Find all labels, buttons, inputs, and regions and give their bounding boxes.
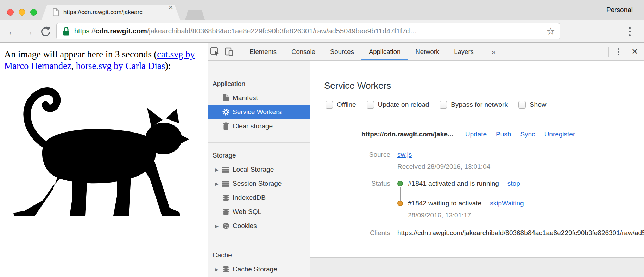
minimize-window-button[interactable] xyxy=(19,9,25,16)
section-title: Application xyxy=(208,77,310,91)
reload-button[interactable] xyxy=(39,26,51,37)
zoom-window-button[interactable] xyxy=(30,9,37,16)
database-icon xyxy=(222,195,230,201)
unregister-link[interactable]: Unregister xyxy=(544,130,575,138)
cookie-icon xyxy=(222,222,230,229)
status-waiting-row: #1842 waiting to activate skipWaiting xyxy=(310,199,644,207)
pane-divider xyxy=(310,118,644,118)
sidebar-item-label: Service Workers xyxy=(233,108,282,116)
web-page: An image will appear here in 3 seconds (… xyxy=(0,43,208,277)
stop-link[interactable]: stop xyxy=(507,180,520,187)
disclosure-triangle-icon[interactable]: ▶ xyxy=(215,223,220,229)
url-host: cdn.rawgit.com xyxy=(95,27,147,35)
source-row: Source sw.js xyxy=(310,151,644,159)
tab-layers[interactable]: Layers xyxy=(447,43,481,60)
sidebar-item-label: Session Storage xyxy=(233,180,282,187)
reload-icon xyxy=(39,26,51,37)
tab-application[interactable]: Application xyxy=(361,43,408,60)
checkbox-label: Offline xyxy=(337,101,356,109)
url-text: https://cdn.rawgit.com/jakearchibald/803… xyxy=(74,27,543,35)
tab-sources[interactable]: Sources xyxy=(323,43,361,60)
disclosure-triangle-icon[interactable]: ▶ xyxy=(215,267,220,272)
sidebar-item-label: Clear storage xyxy=(233,122,273,130)
devtools-panel: Elements Console Sources Application Net… xyxy=(208,43,644,277)
status-label: Status xyxy=(310,180,390,187)
update-on-reload-option: Update on reload xyxy=(367,101,429,109)
source-file-link[interactable]: sw.js xyxy=(397,151,412,159)
update-on-reload-checkbox[interactable] xyxy=(367,101,374,109)
tab-close-icon[interactable]: ✕ xyxy=(168,0,173,15)
checkbox-label: Bypass for network xyxy=(451,101,508,109)
sidebar-item-cookies[interactable]: ▶ Cookies xyxy=(208,219,310,233)
bypass-for-network-checkbox[interactable] xyxy=(440,101,447,109)
sidebar-item-label: Cache Storage xyxy=(233,265,277,273)
disclosure-triangle-icon[interactable]: ▶ xyxy=(215,167,220,172)
disclosure-triangle-icon[interactable]: ▶ xyxy=(215,181,220,186)
trash-icon xyxy=(222,122,230,130)
update-link[interactable]: Update xyxy=(465,130,487,138)
status-waiting-time-row: 28/09/2016, 13:01:17 xyxy=(310,211,644,219)
worker-origin-row: https://cdn.rawgit.com/jake... Update Pu… xyxy=(361,130,584,138)
close-window-button[interactable] xyxy=(7,9,14,16)
status-active-dot xyxy=(397,181,403,186)
toolbar-separator xyxy=(608,47,609,57)
sidebar-item-cache-storage[interactable]: ▶ Cache Storage xyxy=(208,262,310,276)
device-toolbar-button[interactable] xyxy=(222,45,236,58)
devtools-close-icon[interactable]: ✕ xyxy=(626,47,644,56)
inspect-cursor-icon xyxy=(210,47,220,57)
titlebar: https://cdn.rawgit.com/jakearc ✕ Persona… xyxy=(0,0,644,20)
bypass-for-network-option: Bypass for network xyxy=(440,101,508,109)
device-icon xyxy=(224,47,234,57)
service-worker-options: Offline Update on reload Bypass for netw… xyxy=(326,101,546,109)
status-waiting-dot xyxy=(397,201,403,206)
skipwaiting-link[interactable]: skipWaiting xyxy=(490,199,524,207)
tab-title-fade xyxy=(148,5,164,20)
page-text: , xyxy=(71,61,76,71)
clients-label: Clients xyxy=(310,229,390,237)
sidebar-item-label: Web SQL xyxy=(233,208,261,216)
sidebar-item-web-sql[interactable]: Web SQL xyxy=(208,205,310,219)
browser-menu-button[interactable] xyxy=(624,25,636,38)
show-checkbox[interactable] xyxy=(518,101,526,109)
page-favicon-icon xyxy=(53,8,59,16)
sidebar-item-local-storage[interactable]: ▶ Local Storage xyxy=(208,162,310,177)
sidebar-item-clear-storage[interactable]: Clear storage xyxy=(208,119,310,133)
pane-title: Service Workers xyxy=(324,80,391,91)
forward-button[interactable]: → xyxy=(23,20,34,43)
show-option: Show xyxy=(518,101,547,109)
table-grid-icon xyxy=(222,167,230,173)
status-active-row: Status #1841 activated and is running st… xyxy=(310,180,644,187)
bookmark-star-icon[interactable]: ☆ xyxy=(547,26,555,37)
page-text: An image will appear here in 3 seconds ( xyxy=(4,49,157,60)
browser-toolbar: ← → https://cdn.rawgit.com/jakearchibald… xyxy=(0,20,644,43)
lock-icon xyxy=(62,26,70,36)
clients-row: Clients https://cdn.rawgit.com/jakearchi… xyxy=(310,229,644,237)
sidebar-divider xyxy=(208,242,310,242)
sidebar-divider xyxy=(208,142,310,143)
sidebar-item-service-workers[interactable]: Service Workers xyxy=(208,105,310,119)
tab-console[interactable]: Console xyxy=(284,43,323,60)
sidebar-item-label: Cookies xyxy=(233,222,257,230)
horse-svg-link[interactable]: horse.svg by Carla Dias xyxy=(76,61,165,71)
back-button[interactable]: ← xyxy=(7,20,18,43)
offline-checkbox[interactable] xyxy=(326,101,333,109)
tab-network[interactable]: Network xyxy=(408,43,447,60)
more-tabs-button[interactable]: » xyxy=(492,48,496,56)
url-protocol: https xyxy=(74,27,89,35)
sidebar-item-indexeddb[interactable]: IndexedDB xyxy=(208,191,310,205)
sync-link[interactable]: Sync xyxy=(520,130,535,138)
database-icon xyxy=(222,209,230,215)
manifest-file-icon xyxy=(222,94,230,102)
devtools-menu-button[interactable] xyxy=(612,48,626,55)
sidebar-item-label: Local Storage xyxy=(233,166,274,173)
cat-image xyxy=(4,73,194,221)
section-title: Storage xyxy=(208,148,310,162)
sidebar-item-session-storage[interactable]: ▶ Session Storage xyxy=(208,177,310,191)
tab-elements[interactable]: Elements xyxy=(242,43,284,60)
pane-footer xyxy=(310,257,644,277)
inspect-element-button[interactable] xyxy=(208,45,222,58)
address-bar[interactable]: https://cdn.rawgit.com/jakearchibald/803… xyxy=(56,23,560,39)
sidebar-item-manifest[interactable]: Manifest xyxy=(208,91,310,105)
push-link[interactable]: Push xyxy=(496,130,511,138)
source-label: Source xyxy=(310,151,390,159)
